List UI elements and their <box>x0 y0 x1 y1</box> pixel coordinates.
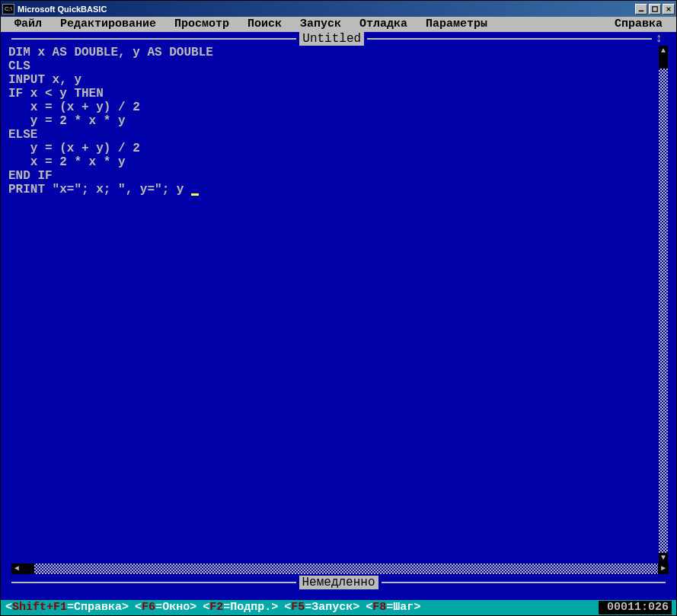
immediate-border: Немедленно <box>1 576 676 589</box>
immediate-window[interactable] <box>1 589 676 600</box>
hint-window: <F6=Окно> <box>135 601 196 614</box>
code-editor[interactable]: DIM x AS DOUBLE, y AS DOUBLE CLS INPUT x… <box>8 46 658 563</box>
file-tab[interactable]: Untitled <box>299 32 364 46</box>
hint-run: <F5=Запуск> <box>284 601 359 614</box>
scroll-up-arrow-icon[interactable]: ▲ <box>659 46 668 56</box>
status-bar: <Shift+F1=Справка> <F6=Окно> <F2=Подпр.>… <box>1 600 676 615</box>
hint-step: <F8=Шаг> <box>366 601 420 614</box>
editor-body: DIM x AS DOUBLE, y AS DOUBLE CLS INPUT x… <box>1 46 676 563</box>
scroll-right-arrow-icon[interactable]: ► <box>658 563 669 574</box>
close-button[interactable] <box>663 4 675 14</box>
system-menu-icon[interactable]: C:\ <box>2 4 14 14</box>
svg-rect-1 <box>653 6 657 11</box>
vertical-scrollbar[interactable]: ▲ ▼ <box>658 46 669 563</box>
code-text: DIM x AS DOUBLE, y AS DOUBLE CLS INPUT x… <box>8 46 213 196</box>
hint-sub: <F2=Подпр.> <box>203 601 278 614</box>
maximize-arrows-icon[interactable]: ↕ <box>655 32 669 46</box>
svg-rect-0 <box>639 10 643 11</box>
scroll-track-vertical[interactable] <box>659 56 668 553</box>
scroll-thumb-vertical[interactable] <box>659 56 668 69</box>
menu-debug[interactable]: Отладка <box>350 18 417 31</box>
scroll-left-arrow-icon[interactable]: ◄ <box>11 563 22 574</box>
text-cursor <box>191 193 199 196</box>
menu-edit[interactable]: Редактирование <box>51 18 165 31</box>
scroll-track-horizontal[interactable] <box>22 563 658 574</box>
menu-run[interactable]: Запуск <box>291 18 350 31</box>
menu-file[interactable]: Файл <box>5 18 51 31</box>
titlebar-controls <box>635 4 675 14</box>
horizontal-scrollbar[interactable]: ◄ ► <box>1 563 676 576</box>
menu-view[interactable]: Просмотр <box>165 18 238 31</box>
window-title: Microsoft QuickBASIC <box>18 5 635 14</box>
hint-help: <Shift+F1=Справка> <box>5 601 129 614</box>
menu-help[interactable]: Справка <box>605 18 672 31</box>
cursor-position: 00011:026 <box>599 601 672 614</box>
minimize-button[interactable] <box>635 4 647 14</box>
dos-screen: Файл Редактирование Просмотр Поиск Запус… <box>1 17 676 615</box>
app-window: C:\ Microsoft QuickBASIC Файл Редактиров… <box>0 0 677 616</box>
menu-search[interactable]: Поиск <box>238 18 291 31</box>
editor-top-border: Untitled ↕ <box>1 32 676 46</box>
maximize-button[interactable] <box>649 4 661 14</box>
immediate-label: Немедленно <box>299 576 378 589</box>
editor-frame: Untitled ↕ DIM x AS DOUBLE, y AS DOUBLE … <box>1 32 676 600</box>
scroll-thumb-horizontal[interactable] <box>22 563 34 574</box>
window-titlebar: C:\ Microsoft QuickBASIC <box>1 1 676 17</box>
menu-options[interactable]: Параметры <box>417 18 497 31</box>
menu-bar: Файл Редактирование Просмотр Поиск Запус… <box>1 17 676 32</box>
